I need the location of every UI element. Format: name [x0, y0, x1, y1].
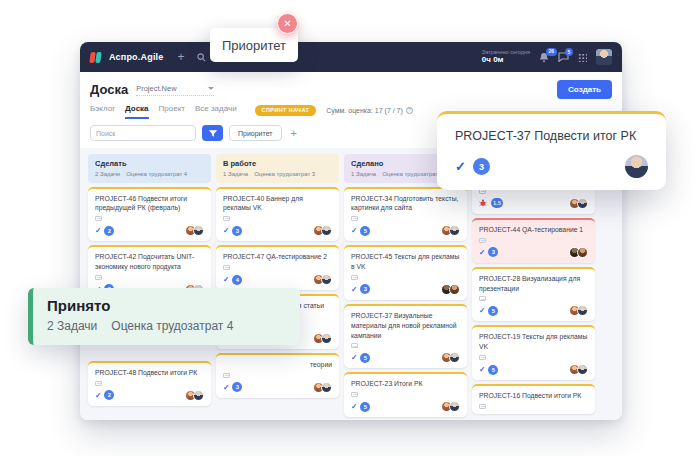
- task-footer: ✓3: [351, 284, 460, 295]
- description-icon: [95, 216, 102, 221]
- description-icon: [223, 373, 230, 378]
- description-icon: [479, 238, 486, 243]
- done-check-icon: ✓: [223, 383, 229, 392]
- column-meta: 2 ЗадачиОценка трудозатрат 4: [95, 171, 204, 177]
- assignee-avatars: [188, 390, 204, 401]
- filter-button[interactable]: [202, 125, 223, 141]
- task-title: PROJECT-47 QA-тестирование 2: [223, 252, 332, 262]
- estimate-badge: 3: [473, 158, 490, 175]
- task-footer: ✓3: [479, 247, 588, 258]
- task-card[interactable]: PROJECT-28 Визуализация для презентации✓…: [472, 267, 595, 322]
- avatar: [577, 305, 588, 316]
- column-header: В работе1 ЗадачаОценка трудозатрат 3: [216, 154, 339, 183]
- description-icon: [351, 392, 358, 397]
- task-footer: ✓2: [95, 390, 204, 401]
- task-card[interactable]: PROJECT-34 Подготовить тексты, картинки …: [344, 187, 467, 242]
- close-icon[interactable]: ✕: [277, 13, 298, 34]
- assignee-avatars: [572, 198, 588, 209]
- description-icon: [95, 275, 102, 280]
- task-title: PROJECT-28 Визуализация для презентации: [479, 274, 588, 294]
- tab-all-tasks[interactable]: Все задачи: [195, 104, 237, 119]
- tab-project[interactable]: Проект: [159, 104, 185, 119]
- task-title: PROJECT-48 Подвести итоги РК: [95, 368, 204, 378]
- estimate-badge: 5: [488, 306, 498, 316]
- kanban-column: 1.5PROJECT-44 QA-тестирование 1✓3PROJECT…: [472, 154, 595, 414]
- task-footer: ✓5: [479, 364, 588, 375]
- create-button[interactable]: Создать: [557, 80, 612, 99]
- time-tracker: Затрачено сегодня 0ч 0м: [482, 49, 530, 66]
- quick-add-button[interactable]: +: [178, 51, 185, 63]
- search-icon[interactable]: [197, 53, 206, 62]
- chevron-down-icon: [208, 87, 214, 90]
- description-icon: [95, 381, 102, 386]
- add-filter-button[interactable]: +: [288, 128, 300, 139]
- task-title: PROJECT-34 Подготовить тексты, картинки …: [351, 194, 460, 214]
- avatar: [193, 390, 204, 401]
- project-selector[interactable]: Project.New: [136, 84, 214, 96]
- top-navigation-bar: Аспро.Agile + Сп Затрачено сегодня 0ч 0м…: [80, 42, 622, 72]
- task-card[interactable]: PROJECT-37 Визуальные материалы для ново…: [344, 304, 467, 369]
- done-check-icon: ✓: [351, 353, 357, 362]
- bug-icon: [479, 199, 487, 207]
- sprint-score: Сумм. оценка: 17 (7 / 7) ?: [326, 107, 413, 114]
- notifications-button[interactable]: 26: [539, 52, 549, 63]
- avatar: [321, 382, 332, 393]
- user-avatar[interactable]: [596, 49, 612, 65]
- task-card[interactable]: PROJECT-48 Подвести итоги РК✓2: [88, 361, 211, 406]
- highlighted-task-card[interactable]: PROJECT-37 Подвести итог РК ✓ 3: [437, 111, 666, 190]
- task-card[interactable]: PROJECT-47 QA-тестирование 2✓4: [216, 245, 339, 290]
- task-card[interactable]: PROJECT-16 Подвести итоги РК: [472, 384, 595, 414]
- column-task-count: 1 Задача: [351, 171, 376, 177]
- task-footer: ✓5: [351, 225, 460, 236]
- done-check-icon: ✓: [223, 226, 229, 235]
- task-title: PROJECT-44 QA-тестирование 1: [479, 225, 588, 235]
- tab-board[interactable]: Доска: [125, 104, 148, 119]
- highlighted-task-title: PROJECT-37 Подвести итог РК: [455, 129, 648, 143]
- priority-filter-chip[interactable]: Приоритет: [229, 125, 282, 141]
- assignee-avatars: [572, 247, 588, 258]
- description-icon: [223, 265, 230, 270]
- accepted-effort: Оценка трудозатрат 4: [111, 319, 233, 333]
- avatar: [193, 225, 204, 236]
- avatar: [577, 364, 588, 375]
- task-card[interactable]: PROJECT-19 Тексты для рекламы VK✓5: [472, 325, 595, 380]
- assignee-avatars: [444, 225, 460, 236]
- assignee-avatars: [444, 352, 460, 363]
- task-card[interactable]: PROJECT-44 QA-тестирование 1✓3: [472, 218, 595, 263]
- avatar: [321, 333, 332, 344]
- task-title: PROJECT-23 Итоги РК: [351, 379, 460, 389]
- tab-backlog[interactable]: Бэклог: [90, 104, 115, 119]
- kanban-column: Сделать2 ЗадачиОценка трудозатрат 4PROJE…: [88, 154, 211, 414]
- task-title: PROJECT-37 Визуальные материалы для ново…: [351, 311, 460, 341]
- task-footer: ✓5: [351, 352, 460, 363]
- done-check-icon: ✓: [479, 365, 485, 374]
- task-title: PROJECT-45 Тексты для рекламы в VK: [351, 252, 460, 272]
- task-card[interactable]: PROJECT-45 Тексты для рекламы в VK✓3: [344, 245, 467, 300]
- topbar-right-group: Затрачено сегодня 0ч 0м 26 5: [482, 49, 612, 66]
- description-icon: [351, 275, 358, 280]
- assignee-avatars: [316, 382, 332, 393]
- avatar: [625, 155, 648, 178]
- apps-grid-icon[interactable]: [578, 53, 587, 62]
- done-check-icon: ✓: [479, 248, 485, 257]
- task-footer: ✓5: [479, 305, 588, 316]
- avatar: [449, 352, 460, 363]
- task-card[interactable]: PROJECT-23 Итоги РК✓5: [344, 372, 467, 417]
- estimate-badge: 3: [360, 284, 370, 294]
- estimate-badge: 5: [360, 226, 370, 236]
- messages-button[interactable]: 5: [558, 52, 569, 62]
- task-card[interactable]: PROJECT-46 Подвести итоги предыдущей РК …: [88, 187, 211, 242]
- sprint-score-text: Сумм. оценка: 17 (7 / 7): [326, 107, 403, 114]
- task-card[interactable]: теории✓3: [216, 353, 339, 398]
- description-icon: [479, 404, 486, 409]
- estimate-badge: 3: [488, 247, 498, 257]
- avatar: [577, 247, 588, 258]
- messages-badge: 5: [565, 48, 573, 56]
- app-window: Аспро.Agile + Сп Затрачено сегодня 0ч 0м…: [80, 42, 622, 420]
- estimate-badge: 1.5: [491, 198, 503, 208]
- task-title: PROJECT-16 Подвести итоги РК: [479, 391, 588, 401]
- search-input[interactable]: [90, 125, 196, 141]
- description-icon: [351, 216, 358, 221]
- task-card[interactable]: PROJECT-40 Баннер для рекламы VK✓3: [216, 187, 339, 242]
- info-icon[interactable]: ?: [406, 107, 413, 114]
